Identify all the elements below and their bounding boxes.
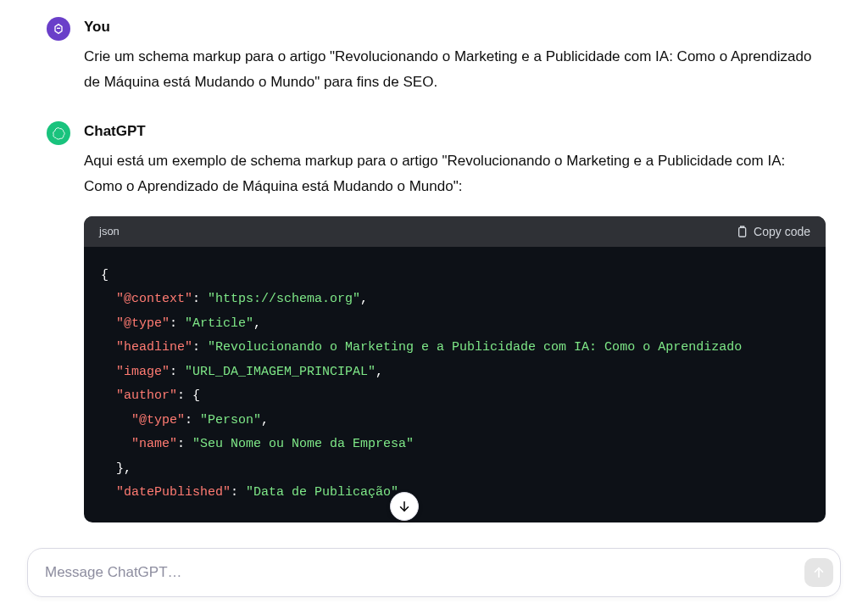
code-token: : — [177, 388, 185, 403]
code-token: : — [192, 292, 208, 306]
code-content[interactable]: { "@context": "https://schema.org", "@ty… — [84, 247, 826, 522]
code-token: "@context" — [116, 292, 192, 306]
code-token: "@type" — [131, 413, 185, 427]
code-token: "@type" — [116, 316, 170, 331]
svg-rect-1 — [739, 227, 746, 237]
arrow-up-icon — [811, 565, 826, 580]
user-author-label: You — [84, 17, 826, 37]
code-token: "datePublished" — [116, 485, 231, 500]
user-avatar-icon — [52, 22, 65, 36]
code-token: , — [376, 365, 383, 379]
user-avatar — [47, 17, 70, 41]
code-token: "Article" — [185, 316, 253, 331]
code-token: "Person" — [200, 413, 261, 427]
composer-input[interactable] — [45, 564, 804, 581]
assistant-message: ChatGPT Aqui está um exemplo de schema m… — [47, 121, 826, 522]
assistant-message-content: ChatGPT Aqui está um exemplo de schema m… — [84, 121, 826, 522]
assistant-message-text: Aqui está um exemplo de schema markup pa… — [84, 148, 826, 199]
user-message-text: Crie um schema markup para o artigo "Rev… — [84, 44, 826, 95]
code-token: "headline" — [116, 340, 192, 355]
code-token: : — [185, 413, 200, 427]
code-token: "name" — [131, 437, 177, 451]
code-token: }, — [116, 461, 131, 476]
code-token: , — [360, 292, 368, 306]
openai-logo-icon — [51, 126, 66, 141]
code-token: : — [170, 316, 185, 331]
user-message-content: You Crie um schema markup para o artigo … — [84, 17, 826, 94]
code-token: "Seu Nome ou Nome da Empresa" — [192, 437, 414, 451]
code-token: "Revolucionando o Marketing e a Publicid… — [208, 340, 749, 355]
code-token: "image" — [116, 365, 170, 379]
code-token: "author" — [116, 388, 177, 403]
copy-code-button[interactable]: Copy code — [735, 225, 810, 238]
code-token: , — [253, 316, 261, 331]
code-token: "URL_DA_IMAGEM_PRINCIPAL" — [185, 365, 376, 379]
arrow-down-icon — [397, 499, 412, 514]
code-token: : — [170, 365, 185, 379]
scroll-down-button[interactable] — [390, 492, 419, 521]
composer — [27, 548, 841, 597]
code-token: "https://schema.org" — [208, 292, 360, 306]
code-token: { — [185, 388, 200, 403]
code-block: json Copy code { "@context": "https://sc… — [84, 216, 826, 522]
code-token: : — [177, 437, 192, 451]
clipboard-icon — [735, 225, 748, 238]
assistant-avatar — [47, 121, 70, 145]
code-token: : — [192, 340, 208, 355]
code-language-label: json — [99, 225, 120, 237]
assistant-author-label: ChatGPT — [84, 121, 826, 142]
code-token: "Data de Publicação" — [246, 485, 398, 500]
code-token: { — [101, 268, 108, 282]
conversation: You Crie um schema markup para o artigo … — [0, 0, 868, 522]
code-header: json Copy code — [84, 216, 826, 247]
code-token: , — [261, 413, 269, 427]
copy-code-label: Copy code — [754, 225, 810, 238]
send-button[interactable] — [804, 558, 833, 587]
code-token: : — [231, 485, 246, 500]
user-message: You Crie um schema markup para o artigo … — [47, 17, 826, 94]
